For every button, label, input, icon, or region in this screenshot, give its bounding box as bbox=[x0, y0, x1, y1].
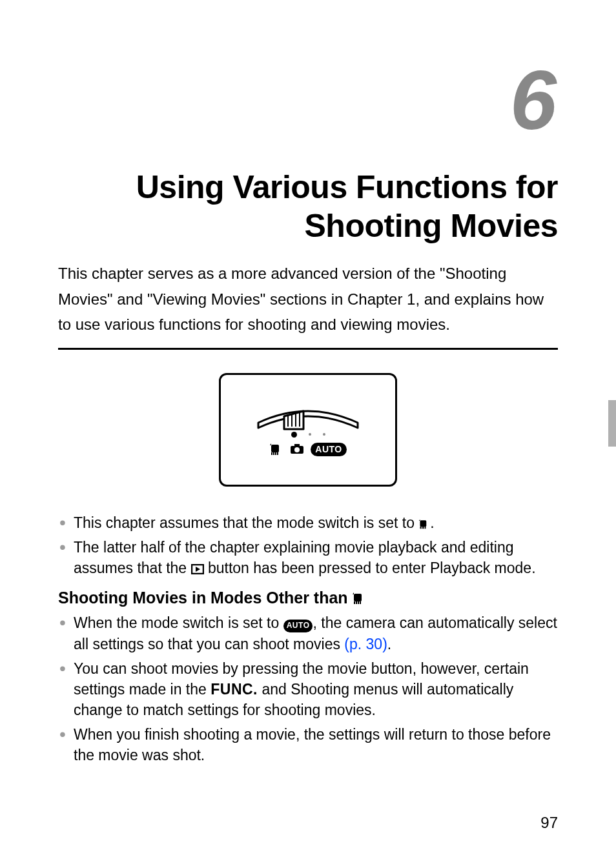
mode-switch-figure: AUTO bbox=[219, 373, 397, 487]
auto-pill-icon: AUTO bbox=[311, 443, 346, 456]
list-item: When the mode switch is set to AUTO, the… bbox=[58, 612, 558, 654]
movie-mode-icon bbox=[269, 443, 283, 455]
auto-pill-icon: AUTO bbox=[283, 620, 313, 632]
list-item: The latter half of the chapter explainin… bbox=[58, 537, 558, 578]
list-item: This chapter assumes that the mode switc… bbox=[58, 512, 558, 533]
playback-icon bbox=[191, 564, 204, 574]
top-bullet-list: This chapter assumes that the mode switc… bbox=[58, 512, 558, 579]
list-text: button has been pressed to enter Playbac… bbox=[204, 560, 536, 576]
svg-rect-2 bbox=[294, 444, 300, 447]
chapter-intro: This chapter serves as a more advanced v… bbox=[58, 261, 558, 338]
sub-heading: Shooting Movies in Modes Other than bbox=[58, 589, 558, 607]
list-text: When you finish shooting a movie, the se… bbox=[74, 726, 551, 763]
bottom-bullet-list: When the mode switch is set to AUTO, the… bbox=[58, 612, 558, 765]
func-text-icon: FUNC. bbox=[210, 681, 258, 698]
page-link[interactable]: (p. 30) bbox=[344, 636, 387, 652]
switch-track bbox=[256, 403, 360, 427]
list-text: When the mode switch is set to bbox=[74, 614, 283, 631]
list-item: You can shoot movies by pressing the mov… bbox=[58, 658, 558, 721]
page-number: 97 bbox=[540, 814, 558, 832]
list-text: . bbox=[430, 514, 434, 531]
chapter-title: Using Various Functions for Shooting Mov… bbox=[58, 168, 558, 245]
divider bbox=[58, 348, 558, 350]
camera-icon bbox=[290, 443, 304, 455]
svg-rect-4 bbox=[420, 520, 427, 527]
svg-rect-0 bbox=[271, 445, 279, 452]
list-item: When you finish shooting a movie, the se… bbox=[58, 724, 558, 765]
sub-heading-text: Shooting Movies in Modes Other than bbox=[58, 589, 348, 607]
list-text: . bbox=[387, 636, 391, 652]
chapter-number: 6 bbox=[58, 58, 558, 142]
mode-labels: AUTO bbox=[269, 443, 346, 456]
page-content: 6 Using Various Functions for Shooting M… bbox=[0, 0, 616, 766]
svg-rect-6 bbox=[354, 594, 362, 601]
movie-mode-icon bbox=[418, 519, 430, 529]
movie-mode-icon bbox=[352, 592, 366, 605]
svg-point-3 bbox=[294, 447, 300, 452]
side-tab bbox=[608, 400, 616, 447]
list-text: This chapter assumes that the mode switc… bbox=[74, 514, 418, 531]
